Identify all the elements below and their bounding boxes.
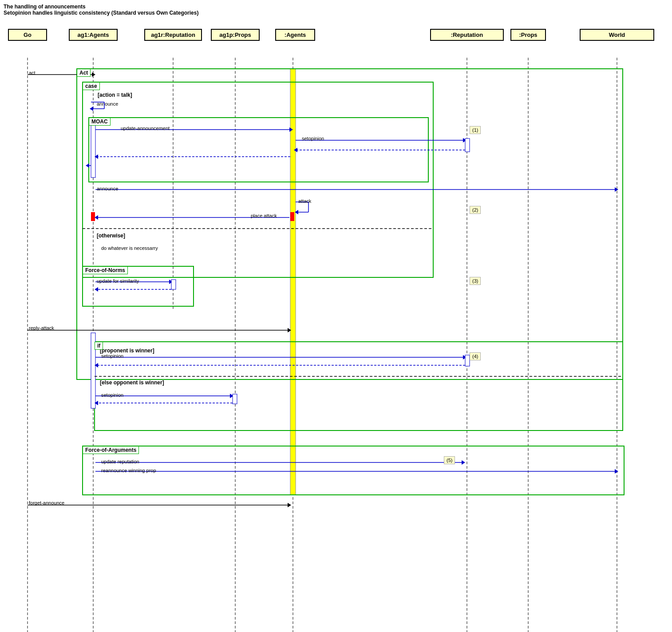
svg-marker-28 (86, 163, 89, 168)
lifeline-world: World (580, 29, 654, 41)
fragment-label-act: Act (77, 69, 91, 77)
lifeline-agents: :Agents (275, 29, 315, 41)
svg-rect-9 (77, 69, 623, 379)
svg-marker-21 (463, 138, 466, 142)
lifeline-ag1props: ag1p:Props (211, 29, 260, 41)
msg-label-reannounce: reannounce winning prop (101, 468, 156, 473)
title-line1: The handling of announcements (4, 4, 198, 10)
seq-box-2: (2) (470, 206, 481, 214)
msg-label-update-ann: update-announcement (121, 126, 170, 131)
svg-marker-38 (95, 215, 98, 220)
svg-rect-50 (465, 355, 470, 366)
msg-label-setopinion3: setopinion (101, 392, 123, 398)
guard-opponent: [else opponent is winner] (100, 379, 164, 386)
fragment-label-if: if (95, 342, 103, 350)
msg-label-attack: attack (298, 198, 311, 204)
msg-label-act: act (29, 70, 36, 75)
svg-marker-49 (463, 355, 466, 359)
guard-otherwise: [otherwise] (97, 233, 125, 239)
svg-marker-26 (95, 154, 98, 159)
self-loop-announce (82, 100, 109, 111)
msg-label-place-attack: place attack (251, 213, 277, 218)
lifeline-props: :Props (510, 29, 546, 41)
svg-rect-42 (171, 280, 176, 289)
svg-marker-41 (169, 280, 173, 284)
msg-label-announce-world: announce (97, 186, 118, 191)
svg-marker-34 (295, 210, 298, 214)
fragment-label-force-norms: Force-of-Norms (83, 266, 128, 274)
fragment-label-moac: MOAC (89, 118, 111, 126)
msg-label-update-sim: update for similarity (97, 278, 139, 284)
seq-box-4: (4) (470, 352, 481, 360)
diagram: The handling of announcements Setopinion… (0, 0, 672, 632)
lifeline-ag1agents: ag1:Agents (69, 29, 118, 41)
svg-marker-16 (92, 72, 95, 77)
svg-rect-13 (95, 342, 623, 431)
svg-rect-36 (290, 212, 294, 221)
seq-box-1: (1) (470, 126, 481, 134)
svg-marker-60 (462, 460, 465, 465)
lifeline-ag1reputation: ag1r:Reputation (144, 29, 202, 41)
svg-marker-24 (294, 148, 297, 152)
svg-marker-46 (288, 328, 291, 332)
svg-rect-17 (91, 120, 95, 178)
msg-label-forget-announce: forget-announce (29, 500, 64, 506)
svg-marker-55 (230, 394, 233, 398)
guard-proponent: [proponent is winner] (100, 348, 154, 354)
svg-marker-58 (95, 401, 98, 405)
msg-label-update-rep: update reputation (101, 459, 139, 464)
msg-label-reply-attack: reply-attack (29, 325, 54, 331)
guard-action-talk: [action = talk] (98, 92, 132, 98)
svg-marker-62 (615, 469, 618, 474)
svg-rect-56 (233, 394, 237, 404)
svg-marker-68 (90, 107, 93, 111)
msg-label-setopinion1: setopinion (302, 136, 324, 141)
msg-label-do-whatever: do whatever is necessarry (101, 245, 158, 251)
svg-marker-30 (615, 187, 618, 192)
seq-box-5: (5) (444, 456, 455, 464)
fragment-label-case: case (83, 82, 100, 90)
msg-label-setopinion2: setopinion (101, 353, 123, 359)
lifeline-reputation: :Reputation (430, 29, 504, 41)
svg-marker-64 (288, 503, 291, 507)
svg-rect-35 (91, 212, 95, 221)
svg-marker-44 (95, 287, 98, 292)
seq-box-3: (3) (470, 277, 481, 285)
svg-rect-8 (290, 69, 296, 495)
svg-rect-22 (465, 138, 470, 152)
title-area: The handling of announcements Setopinion… (4, 4, 198, 16)
lifeline-go: Go (8, 29, 47, 41)
svg-rect-14 (83, 446, 624, 495)
svg-marker-52 (95, 363, 98, 367)
svg-marker-19 (289, 127, 293, 132)
fragment-label-force-args: Force-of-Arguments (83, 446, 139, 454)
title-line2: Setopinion handles linguistic consistenc… (4, 10, 198, 16)
